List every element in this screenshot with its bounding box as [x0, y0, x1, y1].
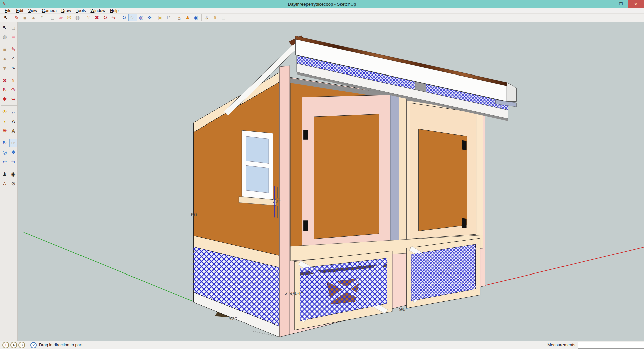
toggle-terrain[interactable]: ⚐ [164, 14, 173, 21]
circle-tool-icon: ● [32, 15, 35, 21]
make-component-tool[interactable]: □ [9, 23, 17, 32]
zoom-next-tool[interactable]: ↪ [9, 157, 17, 166]
tape-measure-tool[interactable]: ✇ [1, 107, 9, 116]
menu-tools[interactable]: Tools [73, 8, 88, 13]
separator [119, 14, 119, 21]
menu-file[interactable]: File [2, 8, 14, 13]
left-door-hinge-bottom [303, 220, 308, 231]
3d-text-tool[interactable]: A [9, 126, 17, 135]
line-tool[interactable]: ✎ [12, 14, 21, 21]
status-geolocation[interactable]: ♀ [2, 342, 9, 348]
zoom-extents-tool[interactable]: ❖ [9, 148, 17, 157]
push-pull-tool-icon: ⇧ [11, 78, 16, 84]
zoom-previous-tool[interactable]: ↩ [1, 157, 9, 166]
pan-tool[interactable]: ☞ [9, 139, 17, 147]
push-pull-tool[interactable]: ⇧ [9, 76, 17, 85]
status-claim-credit[interactable]: ♟ [10, 342, 17, 348]
follow-me-tool-icon: ↷ [11, 87, 16, 93]
rectangle-tool[interactable]: ■ [21, 14, 29, 21]
close-button[interactable]: ✕ [628, 0, 644, 8]
paint-bucket-tool[interactable]: ◍ [1, 33, 9, 41]
pan-tool-icon: ☞ [130, 15, 135, 21]
follow-me-tool[interactable]: ↷ [9, 86, 17, 94]
protractor-tool[interactable]: ◖ [1, 117, 9, 126]
status-sign-in[interactable]: G [18, 342, 25, 348]
rotate-tool[interactable]: ↻ [1, 86, 9, 94]
orbit-tool[interactable]: ↻ [1, 139, 9, 147]
share-component[interactable]: □ [219, 14, 228, 21]
google-earth-icon: ◉ [194, 15, 198, 21]
freehand-tool[interactable]: ∿ [9, 64, 17, 72]
3d-text-tool-icon: A [12, 128, 15, 134]
separator [1, 74, 17, 74]
dim-depth: 52" [228, 316, 237, 322]
status-claim-credit-icon: ♟ [12, 344, 15, 347]
move-tool[interactable]: ✖ [93, 14, 101, 21]
rectangle-tool-icon: ■ [23, 15, 26, 21]
dim-front-height: 72" [272, 198, 281, 204]
share-model[interactable]: ⇧ [211, 14, 219, 21]
photo-textures[interactable]: ⌂ [175, 14, 183, 21]
paint-bucket-tool[interactable]: ◍ [73, 14, 82, 21]
eraser-tool[interactable]: ▰ [9, 33, 17, 41]
dimension-tool[interactable]: ↔ [9, 107, 17, 116]
roof-end-cap [507, 83, 516, 102]
circle-tool[interactable]: ● [1, 54, 9, 63]
help-icon[interactable]: ? [30, 342, 37, 348]
window-pane-lower [246, 165, 269, 193]
get-models[interactable]: ⇩ [203, 14, 211, 21]
section-plane-tool-icon: ⊘ [11, 181, 16, 187]
restore-button[interactable]: ❐ [614, 0, 628, 8]
model-viewport[interactable]: 60 72" 2 9/64" 52" 96" [18, 22, 644, 341]
menu-camera[interactable]: Camera [40, 8, 59, 13]
walk-tool[interactable]: ∴ [1, 179, 9, 188]
minimize-button[interactable]: – [601, 0, 614, 8]
text-tool[interactable]: A [9, 117, 17, 126]
rotate-tool[interactable]: ↻ [101, 14, 109, 21]
main-area: ↖□◍▰■✎●◜▼∿✖⇧↻↷✱↪✇↔◖A✳A↻☞◎❖↩↪♟◉∴⊘ [0, 22, 644, 341]
axes-tool[interactable]: ✳ [1, 126, 9, 135]
arc-tool[interactable]: ◜ [9, 54, 17, 63]
menu-help[interactable]: Help [108, 8, 121, 13]
polygon-tool[interactable]: ▼ [1, 64, 9, 72]
line-tool-icon: ✎ [11, 46, 16, 52]
right-door-panel [419, 129, 467, 231]
pan-tool[interactable]: ☞ [128, 14, 137, 21]
section-plane-tool[interactable]: ⊘ [9, 179, 17, 188]
select-tool[interactable]: ↖ [1, 23, 9, 32]
walk-tool-icon: ∴ [3, 181, 6, 187]
model-canvas[interactable]: 60 72" 2 9/64" 52" 96" [18, 22, 644, 341]
eraser-tool-icon: ▰ [59, 15, 63, 21]
zoom-extents-tool[interactable]: ❖ [145, 14, 154, 21]
human-figure[interactable]: ♟ [183, 14, 192, 21]
get-current-view[interactable]: ▣ [156, 14, 164, 21]
offset-tool[interactable]: ↪ [109, 14, 118, 21]
eraser-tool[interactable]: ▰ [57, 14, 65, 21]
circle-tool[interactable]: ● [29, 14, 38, 21]
tape-measure-tool[interactable]: ✇ [65, 14, 73, 21]
menu-edit[interactable]: Edit [14, 8, 26, 13]
dim-detail: 2 9/64" [285, 290, 303, 296]
select-tool[interactable]: ↖ [2, 14, 10, 21]
google-earth[interactable]: ◉ [192, 14, 200, 21]
toggle-terrain-icon: ⚐ [166, 15, 171, 21]
move-tool[interactable]: ✖ [1, 76, 9, 85]
line-tool[interactable]: ✎ [9, 45, 17, 54]
arc-tool[interactable]: ◜ [38, 14, 46, 21]
menu-draw[interactable]: Draw [59, 8, 73, 13]
rectangle-tool[interactable]: ■ [1, 45, 9, 54]
look-around-tool[interactable]: ◉ [9, 170, 17, 179]
make-component-tool[interactable]: □ [48, 14, 57, 21]
orbit-tool-icon: ↻ [3, 140, 7, 146]
orbit-tool[interactable]: ↻ [120, 14, 128, 21]
measurements-input[interactable] [578, 342, 644, 349]
scale-tool[interactable]: ✱ [1, 95, 9, 104]
menu-window[interactable]: Window [88, 8, 107, 13]
offset-tool[interactable]: ↪ [9, 95, 17, 104]
zoom-tool[interactable]: ◎ [1, 148, 9, 157]
position-camera-tool[interactable]: ♟ [1, 170, 9, 179]
push-pull-tool[interactable]: ⇧ [84, 14, 93, 21]
zoom-tool[interactable]: ◎ [137, 14, 145, 21]
eraser-tool-icon: ▰ [11, 34, 15, 40]
menu-view[interactable]: View [26, 8, 40, 13]
